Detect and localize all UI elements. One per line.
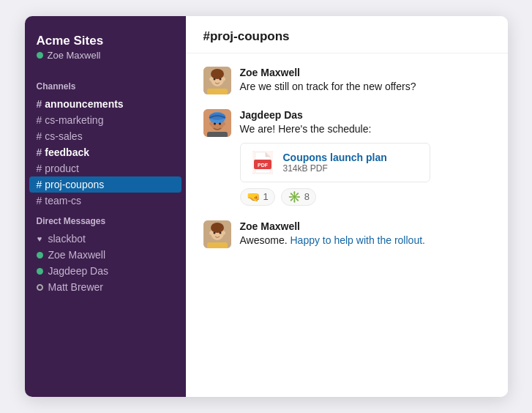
svg-point-27 [213, 231, 215, 234]
svg-point-6 [213, 78, 215, 81]
offline-dot [37, 284, 43, 291]
online-dot [37, 252, 43, 258]
reaction-sparkle[interactable]: ✳️ 8 [281, 188, 316, 206]
dm-item-slackbot[interactable]: ♥ slackbot [25, 231, 186, 247]
svg-point-2 [211, 69, 224, 79]
dm-section-label: Direct Messages [25, 209, 186, 231]
sidebar-item-team-cs[interactable]: # team-cs [25, 193, 186, 209]
hash-icon: # [37, 179, 42, 190]
channel-name: team-cs [45, 195, 81, 206]
avatar [203, 67, 231, 94]
reaction-count: 8 [304, 191, 310, 202]
dm-item-matt-brewer[interactable]: Matt Brewer [25, 279, 186, 295]
channel-name: cs-sales [45, 130, 82, 142]
svg-rect-24 [207, 242, 228, 248]
main-panel: #proj-coupons [186, 16, 508, 397]
dm-name: Zoe Maxwell [48, 249, 106, 261]
file-size: 314kB PDF [283, 163, 387, 174]
svg-point-16 [219, 123, 221, 125]
channel-header-title: #proj-coupons [203, 29, 490, 44]
hash-icon: # [37, 146, 42, 158]
reaction-fist[interactable]: 🤜 1 [240, 188, 275, 206]
table-row: Zoe Maxwell Awesome. Happy to help with … [203, 220, 490, 248]
svg-rect-3 [207, 89, 228, 94]
svg-point-26 [222, 231, 225, 234]
file-info: Coupons launch plan 314kB PDF [283, 152, 387, 174]
emoji: 🤜 [247, 190, 261, 204]
hash-icon: # [37, 163, 42, 174]
dm-item-zoe-maxwell[interactable]: Zoe Maxwell [25, 247, 186, 263]
message-sender: Zoe Maxwell [240, 220, 490, 232]
avatar [203, 220, 231, 248]
hash-icon: # [37, 114, 42, 126]
message-content: Zoe Maxwell Are we still on track for th… [240, 67, 490, 94]
svg-rect-12 [207, 132, 228, 137]
message-content: Zoe Maxwell Awesome. Happy to help with … [240, 220, 490, 248]
message-text: We are! Here's the schedule: [240, 122, 490, 137]
channel-header: #proj-coupons [186, 16, 508, 53]
sidebar-item-announcements[interactable]: # announcements [25, 96, 186, 112]
sidebar-item-cs-marketing[interactable]: # cs-marketing [25, 112, 186, 128]
hash-icon: # [37, 195, 42, 206]
sidebar-item-feedback[interactable]: # feedback [25, 144, 186, 160]
online-dot [37, 268, 43, 275]
message-text: Awesome. Happy to help with the rollout. [240, 234, 490, 248]
message-content: Jagdeep Das We are! Here's the schedule: [240, 109, 490, 206]
channels-section-label: Channels [25, 74, 186, 96]
svg-point-5 [222, 78, 225, 81]
emoji: ✳️ [288, 190, 301, 204]
reaction-count: 1 [263, 191, 269, 202]
svg-point-7 [219, 78, 221, 81]
hash-icon: # [37, 130, 42, 142]
table-row: Zoe Maxwell Are we still on track for th… [203, 67, 490, 94]
sidebar-item-cs-sales[interactable]: # cs-sales [25, 128, 186, 144]
current-user-name: Zoe Maxwell [48, 50, 101, 61]
pdf-icon: PDF [251, 151, 274, 174]
sidebar: Acme Sites Zoe Maxwell Channels # announ… [25, 16, 186, 397]
table-row: Jagdeep Das We are! Here's the schedule: [203, 109, 490, 206]
sidebar-item-product[interactable]: # product [25, 160, 186, 176]
channel-name: product [45, 163, 79, 174]
user-status-row: Zoe Maxwell [25, 50, 186, 74]
svg-point-15 [214, 123, 216, 125]
dm-name: slackbot [48, 233, 86, 245]
file-name[interactable]: Coupons launch plan [283, 152, 387, 163]
message-text: Are we still on track for the new offers… [240, 80, 490, 94]
message-sender: Zoe Maxwell [240, 67, 490, 78]
file-attachment[interactable]: PDF Coupons launch plan 314kB PDF [240, 143, 430, 182]
channel-name: announcements [45, 98, 123, 110]
avatar [203, 109, 231, 137]
workspace-name: Acme Sites [25, 34, 186, 50]
hash-icon: # [37, 98, 42, 110]
message-link: Happy to help with the rollout. [291, 234, 425, 246]
reactions-row: 🤜 1 ✳️ 8 [240, 188, 490, 206]
svg-point-25 [209, 231, 212, 234]
svg-point-23 [211, 223, 224, 233]
svg-point-4 [209, 78, 212, 81]
slackbot-icon: ♥ [37, 236, 43, 242]
svg-point-14 [222, 122, 225, 126]
dm-item-jagdeep-das[interactable]: Jagdeep Das [25, 263, 186, 279]
online-status-dot [37, 52, 43, 59]
dm-name: Matt Brewer [48, 281, 103, 293]
sidebar-item-proj-coupons[interactable]: # proj-coupons [29, 176, 181, 193]
channel-name: cs-marketing [45, 114, 103, 126]
dm-name: Jagdeep Das [48, 265, 109, 277]
message-sender: Jagdeep Das [240, 109, 490, 121]
channel-name: proj-coupons [45, 179, 104, 190]
channel-name: feedback [45, 146, 89, 158]
app-window: Acme Sites Zoe Maxwell Channels # announ… [25, 16, 508, 397]
messages-area: Zoe Maxwell Are we still on track for th… [186, 53, 508, 397]
svg-point-28 [219, 231, 221, 234]
svg-point-13 [209, 122, 212, 126]
svg-text:PDF: PDF [258, 163, 269, 168]
